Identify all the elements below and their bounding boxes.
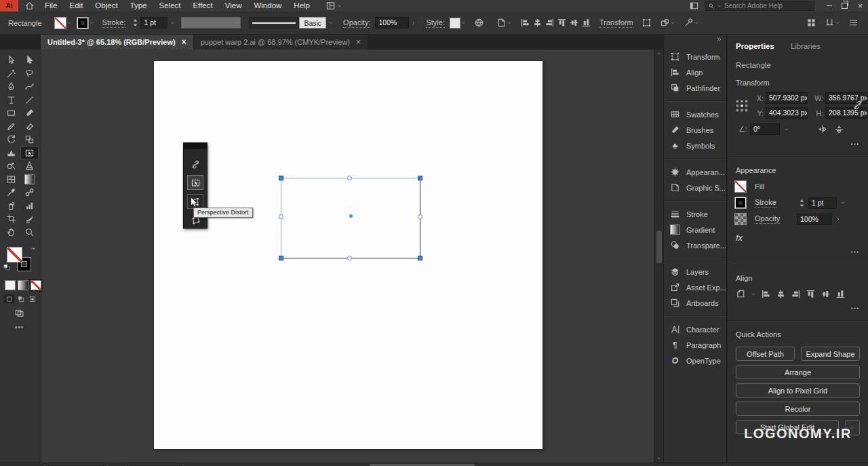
slice-tool[interactable]: [20, 212, 39, 226]
swap-fill-stroke-icon[interactable]: [29, 246, 36, 252]
select-similar-icon[interactable]: [684, 18, 694, 28]
tab-close-icon[interactable]: ×: [356, 38, 361, 46]
tab-properties[interactable]: Properties: [736, 42, 774, 50]
minimize-button[interactable]: [821, 0, 837, 12]
chevron-down-icon[interactable]: [670, 20, 675, 26]
more-options-icon[interactable]: [850, 139, 860, 149]
opacity-swatch[interactable]: [734, 213, 747, 225]
gradient-button[interactable]: [18, 280, 28, 290]
chevron-down-icon[interactable]: [337, 3, 342, 9]
type-tool[interactable]: [2, 94, 20, 107]
chevron-right-icon[interactable]: [411, 20, 416, 26]
brush-definition-value[interactable]: Basic: [299, 17, 326, 28]
align-al-t-button[interactable]: [806, 289, 816, 299]
arrange-button[interactable]: Arrange: [736, 365, 860, 379]
align-al-l-button[interactable]: [520, 18, 530, 28]
style-panel-link[interactable]: Style:: [426, 18, 445, 28]
restore-button[interactable]: [837, 0, 852, 12]
align-align-to-button[interactable]: [736, 289, 746, 299]
style-swatch[interactable]: [450, 18, 460, 28]
chevron-down-icon[interactable]: [89, 20, 94, 26]
align-al-m-button[interactable]: [569, 18, 579, 28]
panel-gradient[interactable]: Gradient: [664, 222, 726, 237]
opacity-value[interactable]: 100%: [375, 17, 409, 28]
scroll-down-icon[interactable]: [656, 456, 662, 461]
widget-drag-handle[interactable]: [184, 143, 207, 149]
panel-graphic-s[interactable]: Graphic S...: [664, 180, 726, 195]
transform-panel-link[interactable]: Transform: [599, 18, 633, 28]
scroll-up-icon[interactable]: [656, 51, 662, 56]
menu-type[interactable]: Type: [124, 0, 153, 12]
align-al-t-button[interactable]: [557, 18, 567, 28]
chevron-down-icon[interactable]: [784, 127, 789, 132]
handle-top-left[interactable]: [279, 176, 283, 180]
selection-tool[interactable]: [2, 54, 20, 67]
shape-mode-icon[interactable]: [660, 18, 670, 28]
stroke-color-swatch[interactable]: [77, 17, 89, 29]
gradient-tool[interactable]: [20, 173, 39, 187]
eraser-tool[interactable]: [20, 120, 39, 134]
expand-shape-button[interactable]: Expand Shape: [801, 347, 860, 361]
panel-align[interactable]: Align: [664, 64, 726, 80]
bounding-box-icon[interactable]: [642, 18, 652, 28]
direct-selection-tool[interactable]: [20, 54, 39, 67]
draw-normal-button[interactable]: [4, 294, 14, 303]
more-options-icon[interactable]: [850, 247, 860, 257]
doc-tab-puppet[interactable]: puppet warp 2.ai @ 68.97% (CMYK/Preview)…: [194, 34, 368, 50]
chevron-down-icon[interactable]: [328, 20, 334, 26]
edit-toolbar-icon[interactable]: •••: [15, 324, 24, 331]
document-setup-icon[interactable]: [496, 18, 507, 28]
handle-middle-right[interactable]: [418, 214, 422, 219]
menu-window[interactable]: Window: [248, 0, 288, 12]
align-to-pixel-grid-button[interactable]: Align to Pixel Grid: [736, 383, 860, 397]
none-button[interactable]: [31, 280, 41, 290]
free-transform-tool[interactable]: [20, 147, 39, 160]
panel-brushes[interactable]: Brushes: [664, 122, 726, 138]
panel-transform[interactable]: Transform: [664, 49, 726, 64]
arrange-documents-icon[interactable]: [806, 18, 816, 28]
fill-color-swatch[interactable]: [54, 17, 66, 29]
menu-file[interactable]: File: [39, 0, 64, 12]
handle-top-center[interactable]: [347, 176, 352, 180]
center-point[interactable]: [349, 214, 353, 218]
free-transform-button[interactable]: [187, 175, 203, 190]
stroke-swatch[interactable]: [734, 197, 747, 209]
align-al-b-button[interactable]: [581, 18, 591, 28]
chevron-down-icon[interactable]: [835, 20, 840, 26]
stroke-weight-stepper[interactable]: [797, 198, 807, 208]
menu-edit[interactable]: Edit: [64, 0, 90, 12]
menu-object[interactable]: Object: [89, 0, 123, 12]
opacity-field[interactable]: 100%: [797, 214, 832, 225]
chevron-right-icon[interactable]: [835, 216, 841, 222]
more-options-icon[interactable]: [850, 303, 860, 313]
panel-character[interactable]: Character: [664, 322, 726, 337]
shape-builder-tool[interactable]: [2, 159, 20, 173]
panel-toggle-icon[interactable]: [689, 1, 699, 11]
stroke-weight-value[interactable]: 1 pt: [140, 17, 167, 28]
panel-opentype[interactable]: OOpenType: [664, 353, 726, 368]
stroke-weight-field[interactable]: 1 pt: [808, 197, 837, 209]
mesh-tool[interactable]: [2, 173, 20, 187]
scale-tool[interactable]: [20, 133, 39, 147]
chevron-down-icon[interactable]: [751, 292, 756, 297]
opacity-link[interactable]: Opacity: [755, 214, 780, 224]
panel-pathfinder[interactable]: Pathfinder: [664, 80, 726, 96]
home-icon[interactable]: [24, 1, 35, 11]
handle-top-right[interactable]: [418, 176, 422, 180]
constrain-proportions-toggle[interactable]: [852, 98, 863, 113]
magic-wand-tool[interactable]: [2, 67, 20, 81]
stroke-panel-link[interactable]: Stroke:: [102, 18, 126, 28]
offset-path-button[interactable]: Offset Path: [736, 347, 795, 361]
paintbrush-tool[interactable]: [20, 106, 39, 120]
chevron-down-icon[interactable]: [460, 20, 466, 26]
draw-inside-button[interactable]: [27, 294, 37, 303]
chevron-down-icon[interactable]: [507, 20, 512, 26]
align-al-b-button[interactable]: [835, 289, 846, 299]
vertical-scrollbar[interactable]: [654, 50, 664, 463]
rotate-tool[interactable]: [2, 133, 20, 147]
recolor-artwork-icon[interactable]: [474, 18, 484, 28]
stroke-weight-stepper[interactable]: [130, 18, 140, 28]
menu-select[interactable]: Select: [153, 0, 187, 12]
artboard-tool[interactable]: [2, 212, 20, 226]
screen-mode-icon[interactable]: [14, 308, 24, 318]
